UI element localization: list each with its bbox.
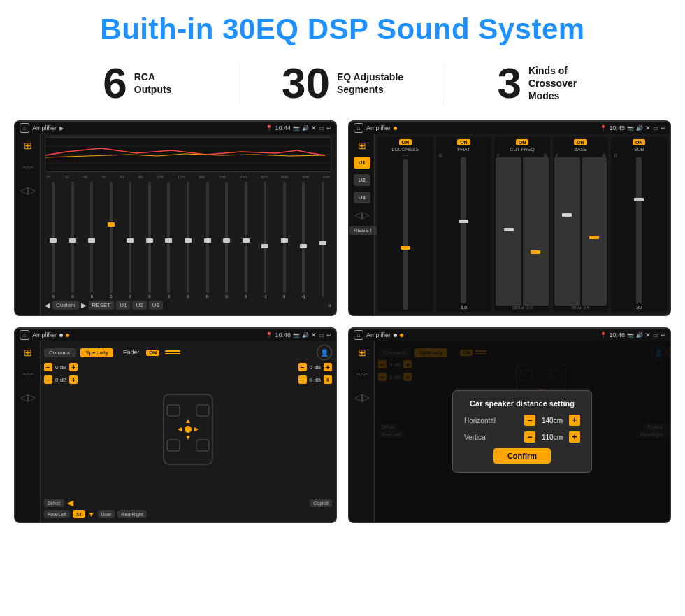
eq-slider-15[interactable]	[314, 180, 331, 299]
eq-slider-4[interactable]: 5	[103, 180, 120, 299]
eq-slider-13[interactable]: 0	[275, 180, 293, 299]
loudness-label: LOUDNESS	[392, 147, 419, 152]
modal-horizontal-value: 140cm	[538, 417, 566, 424]
fader-db4-minus[interactable]: −	[298, 375, 307, 384]
stat-eq-label: EQ AdjustableSegments	[337, 71, 403, 96]
stat-crossover: 3 Kinds ofCrossover Modes	[452, 62, 643, 105]
fader-copilot-btn[interactable]: Copilot	[310, 499, 332, 507]
eq-slider-6[interactable]: 0	[141, 180, 159, 299]
cutfreq-slider-1[interactable]	[496, 157, 521, 306]
eq-slider-5[interactable]: 0	[122, 180, 139, 299]
eq-slider-14[interactable]: -1	[295, 180, 312, 299]
eq-u3-btn[interactable]: U3	[149, 301, 163, 310]
eq-slider-9[interactable]: 0	[199, 180, 216, 299]
cutfreq-on-badge[interactable]: ON	[516, 139, 529, 145]
fader-db2-minus[interactable]: −	[44, 375, 52, 384]
eq-prev-btn[interactable]: ◀	[45, 301, 50, 309]
crossover-u2-btn[interactable]: U2	[354, 174, 370, 186]
eq-custom-btn[interactable]: Custom	[52, 301, 79, 310]
eq-slider-10[interactable]: 0	[218, 180, 236, 299]
fader-settings-icon[interactable]: 👤	[317, 345, 332, 360]
fader-db1-minus[interactable]: −	[44, 363, 52, 371]
crossover-filter-icon[interactable]: ⊞	[358, 140, 366, 151]
crossover-reset-btn[interactable]: RESET	[349, 226, 377, 235]
fader-x-icon: ✕	[311, 331, 317, 338]
eq-u1-btn[interactable]: U1	[116, 301, 130, 310]
crossover-status-bar: Amplifier 📍 10:45 📷 🔊 ✕ ▭ ↩	[349, 122, 670, 134]
eq-reset-btn[interactable]: RESET	[89, 301, 115, 310]
bass-on-badge[interactable]: ON	[574, 139, 587, 145]
eq-slider-11[interactable]: 0	[237, 180, 254, 299]
fader-speaker-icon[interactable]: ◁▷	[20, 392, 36, 403]
cutfreq-label: CUT FREQ	[510, 147, 535, 152]
eq-slider-7[interactable]: 0	[160, 180, 178, 299]
distance-time: 10:46	[609, 331, 625, 338]
eq-location-icon: 📍	[266, 125, 273, 131]
fader-filter-icon[interactable]: ⊞	[24, 347, 32, 358]
fader-db3-plus[interactable]: +	[324, 363, 332, 371]
eq-slider-12[interactable]: -1	[257, 180, 274, 299]
crossover-home-icon[interactable]	[354, 123, 363, 133]
phat-slider[interactable]	[461, 157, 466, 303]
eq-play-icon: ▶	[59, 125, 64, 131]
eq-u2-btn[interactable]: U2	[132, 301, 146, 310]
distance-filter-icon[interactable]: ⊞	[358, 347, 366, 358]
loudness-on-badge[interactable]: ON	[399, 139, 412, 145]
fader-home-icon[interactable]	[20, 330, 29, 340]
fader-user-btn[interactable]: User	[98, 510, 115, 518]
fader-specialty-tab[interactable]: Specialty	[80, 348, 113, 357]
eq-status-bar-left: Amplifier ▶	[20, 123, 64, 133]
sub-on-badge[interactable]: ON	[633, 139, 646, 145]
distance-dot2	[400, 334, 403, 337]
modal-vertical-minus[interactable]: −	[524, 431, 535, 443]
fader-rearright-btn[interactable]: RearRight	[117, 510, 147, 518]
fader-grid: − 0 dB + − 0 dB +	[44, 363, 332, 495]
crossover-u1-btn[interactable]: U1	[354, 157, 370, 169]
eq-slider-8[interactable]: 0	[180, 180, 197, 299]
fader-db2-plus[interactable]: +	[69, 375, 78, 384]
crossover-x-icon: ✕	[645, 124, 651, 131]
modal-confirm-button[interactable]: Confirm	[493, 448, 551, 464]
fader-all-btn[interactable]: All	[73, 510, 85, 518]
distance-camera-icon: 📷	[627, 332, 634, 338]
fader-common-tab[interactable]: Common	[44, 348, 76, 357]
modal-horizontal-minus[interactable]: −	[524, 415, 535, 426]
sub-slider[interactable]	[636, 157, 642, 303]
svg-marker-11	[178, 427, 182, 431]
crossover-sidebar: ⊞ U1 U2 U3 ◁▷ RESET	[349, 134, 375, 315]
cutfreq-slider-2[interactable]	[523, 157, 549, 306]
modal-horizontal-plus[interactable]: +	[569, 415, 580, 426]
eq-slider-2[interactable]: 0	[64, 180, 82, 299]
fader-db4-plus[interactable]: +	[324, 375, 332, 384]
eq-speaker-icon[interactable]: ◁▷	[20, 185, 36, 196]
modal-vertical-plus[interactable]: +	[569, 431, 580, 443]
fader-down-arrow[interactable]: ▼	[88, 510, 95, 518]
fader-db3-minus[interactable]: −	[298, 363, 307, 371]
fader-left-arrow[interactable]: ◀	[67, 498, 73, 508]
eq-more-icon[interactable]: »	[328, 302, 331, 309]
eq-filter-icon[interactable]: ⊞	[24, 140, 32, 151]
fader-label: Fader	[123, 349, 140, 356]
crossover-speaker2-icon[interactable]: ◁▷	[354, 209, 370, 220]
fader-driver-btn[interactable]: Driver	[44, 499, 64, 507]
eq-wave-icon[interactable]: 〰	[23, 162, 33, 173]
eq-volume-icon: 🔊	[302, 125, 309, 131]
phat-on-badge[interactable]: ON	[457, 139, 470, 145]
eq-next-btn[interactable]: ▶	[81, 301, 87, 309]
crossover-sub: ON SUB G 20	[611, 137, 667, 312]
fader-wave-icon[interactable]: 〰	[23, 369, 33, 380]
fader-db1-plus[interactable]: +	[69, 363, 78, 371]
eq-slider-3[interactable]: 0	[83, 180, 101, 299]
eq-home-icon[interactable]	[20, 123, 29, 133]
fader-rearleft-btn[interactable]: RearLeft	[44, 510, 70, 518]
bass-slider-2[interactable]	[582, 157, 607, 306]
distance-wave-icon[interactable]: 〰	[357, 369, 367, 380]
distance-home-icon[interactable]	[354, 330, 363, 340]
eq-slider-1[interactable]: 0	[45, 180, 62, 299]
loudness-slider[interactable]	[403, 159, 408, 310]
fader-on-toggle[interactable]: ON	[146, 350, 159, 356]
svg-marker-10	[186, 436, 190, 440]
crossover-u3-btn[interactable]: U3	[354, 192, 370, 203]
distance-speaker-icon[interactable]: ◁▷	[354, 392, 370, 403]
bass-slider-1[interactable]	[554, 157, 580, 306]
